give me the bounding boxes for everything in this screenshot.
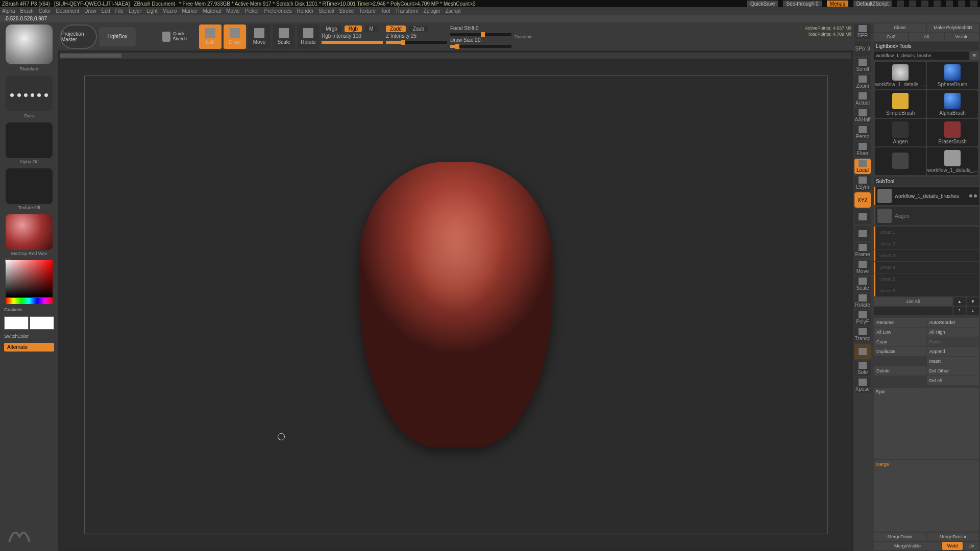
nav-blank-1[interactable] xyxy=(854,209,871,224)
xyz-button[interactable]: XYZ xyxy=(854,192,871,208)
menu-edit[interactable]: Edit xyxy=(102,8,110,14)
tool-tile-sphere[interactable]: SphereBrush xyxy=(927,62,978,89)
quicksketch-button[interactable]: Quick Sketch xyxy=(160,24,197,49)
merge-header[interactable]: Merge xyxy=(874,460,979,532)
tool-tile-augen[interactable]: Augen xyxy=(875,119,926,146)
visibility-icon[interactable] xyxy=(974,194,977,197)
texture-thumbnail[interactable] xyxy=(6,168,53,204)
ghost-button[interactable] xyxy=(854,344,871,359)
polyf-button[interactable]: PolyF xyxy=(854,310,871,325)
menu-tool[interactable]: Tool xyxy=(381,8,390,14)
mrgb-button[interactable]: Mrgb xyxy=(322,26,341,32)
rgb-intensity-slider[interactable] xyxy=(322,41,383,44)
dynamic-label[interactable]: Dynamic xyxy=(514,34,532,39)
unset-2[interactable]: Unset 2 xyxy=(874,238,979,249)
subtool-item-2[interactable]: Augen xyxy=(874,207,979,225)
mergesimilar-button[interactable]: MergeSimilar xyxy=(927,533,979,541)
gradient-label[interactable]: Gradient xyxy=(4,307,54,312)
menu-preferences[interactable]: Preferences xyxy=(264,8,292,14)
menu-document[interactable]: Document xyxy=(56,8,80,14)
stroke-thumbnail[interactable] xyxy=(6,76,53,111)
paste-button[interactable]: Paste xyxy=(927,337,979,346)
z-intensity-label[interactable]: Z Intensity 25 xyxy=(386,33,447,39)
draw-size-slider[interactable] xyxy=(450,45,511,48)
rgb-button[interactable]: Rgb xyxy=(345,26,362,32)
mergevisible-button[interactable]: MergeVisible xyxy=(874,542,941,550)
lightbox-button[interactable]: LightBox xyxy=(99,27,136,46)
list-all-button[interactable]: List All xyxy=(874,297,952,306)
draw-size-label[interactable]: Draw Size 20 xyxy=(450,37,511,43)
append-button[interactable]: Append xyxy=(927,347,979,356)
menu-file[interactable]: File xyxy=(115,8,124,14)
projection-master-button[interactable]: Projection Master xyxy=(60,24,97,49)
menu-brush[interactable]: Brush xyxy=(20,8,34,14)
weld-button[interactable]: Weld xyxy=(942,542,963,550)
nav-blank-2[interactable] xyxy=(854,226,871,241)
goz-visible-button[interactable]: Visible xyxy=(945,33,979,41)
spix-button[interactable]: SPix 3 xyxy=(854,41,871,56)
tool-tile-current[interactable]: workflow_1_details_... xyxy=(875,62,926,89)
menu-render[interactable]: Render xyxy=(297,8,314,14)
menu-alpha[interactable]: Alpha xyxy=(2,8,15,14)
window-icon-3[interactable] xyxy=(921,1,928,7)
alternate-button[interactable]: Alternate xyxy=(4,343,54,352)
arrow-down-icon[interactable]: ▼ xyxy=(967,297,979,306)
persp-button[interactable]: Persp xyxy=(854,125,871,140)
hue-bar[interactable] xyxy=(6,298,53,304)
seethrough-slider[interactable]: See-through 0 xyxy=(783,1,821,7)
menu-marker[interactable]: Marker xyxy=(182,8,198,14)
split-header[interactable]: Split xyxy=(874,388,979,459)
subtool-item-1[interactable]: workflow_1_details_brushes xyxy=(874,187,979,205)
menus-button[interactable]: Menus xyxy=(827,1,848,7)
window-icon-4[interactable] xyxy=(934,1,941,7)
rotate-mode-button[interactable]: Rotate xyxy=(297,24,320,49)
canvas-area[interactable] xyxy=(60,61,851,549)
tool-tile-eraser[interactable]: EraserBrush xyxy=(927,119,978,146)
tool-tile-alpha[interactable]: AlphaBrush xyxy=(927,90,978,118)
floor-button[interactable]: Floor xyxy=(854,142,871,157)
tool-tile-8[interactable]: workflow_1_details_... xyxy=(927,147,978,175)
z-intensity-slider[interactable] xyxy=(386,41,447,44)
menu-stencil[interactable]: Stencil xyxy=(318,8,334,14)
unset-3[interactable]: Unset 3 xyxy=(874,250,979,261)
swatch-main[interactable] xyxy=(4,316,29,330)
menu-draw[interactable]: Draw xyxy=(84,8,96,14)
window-icon-2[interactable] xyxy=(909,1,916,7)
actual-button[interactable]: Actual xyxy=(854,91,871,107)
m-button[interactable]: M xyxy=(365,26,377,32)
mergedown-button[interactable]: MergeDown xyxy=(874,533,926,541)
tool-tile-simple[interactable]: SimpleBrush xyxy=(875,90,926,118)
maximize-icon[interactable] xyxy=(958,1,965,7)
menu-layer[interactable]: Layer xyxy=(129,8,141,14)
sculpted-model[interactable] xyxy=(359,162,553,447)
menu-zscript[interactable]: Zscript xyxy=(445,8,460,14)
move-mode-button[interactable]: Move xyxy=(248,24,271,49)
zcut-button[interactable] xyxy=(431,28,439,29)
transp-button[interactable]: Transp xyxy=(854,327,871,342)
arrow-up-icon[interactable]: ▲ xyxy=(953,297,966,306)
bpr-button[interactable]: BPR xyxy=(854,24,871,39)
tool-path[interactable]: workflow_1_details_brushe xyxy=(874,52,969,60)
goz-button[interactable]: GoZ xyxy=(874,33,908,41)
r-button[interactable]: R xyxy=(970,52,979,60)
scroll-button[interactable]: Scroll xyxy=(854,58,871,73)
focal-shift-label[interactable]: Focal Shift 0 xyxy=(450,26,511,31)
prev-button[interactable] xyxy=(874,307,952,315)
all-high-button[interactable]: All High xyxy=(927,328,979,337)
lsym-button[interactable]: LSym xyxy=(854,176,871,191)
zadd-button[interactable]: Zadd xyxy=(386,26,406,32)
unset-6[interactable]: Unset 6 xyxy=(874,285,979,296)
draw-mode-button[interactable]: Draw xyxy=(224,24,246,49)
menu-transform[interactable]: Transform xyxy=(395,8,418,14)
unset-4[interactable]: Unset 4 xyxy=(874,262,979,273)
timeline[interactable] xyxy=(60,53,851,59)
goz-all-button[interactable]: All xyxy=(909,33,943,41)
color-picker[interactable] xyxy=(6,260,53,297)
window-icon-1[interactable] xyxy=(897,1,904,7)
unset-5[interactable]: Unset 5 xyxy=(874,273,979,285)
del-all-button[interactable]: Del All xyxy=(927,376,979,385)
lightbox-tools-header[interactable]: Lightbox> Tools xyxy=(874,42,979,51)
menu-stroke[interactable]: Stroke xyxy=(339,8,354,14)
zoom-button[interactable]: Zoom xyxy=(854,74,871,90)
menu-light[interactable]: Light xyxy=(146,8,158,14)
